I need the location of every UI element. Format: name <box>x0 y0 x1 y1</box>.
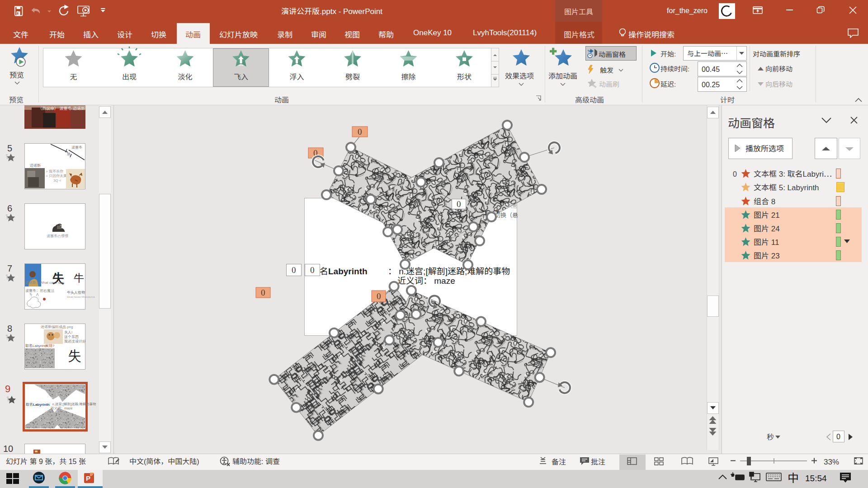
svg-text:0: 0 <box>358 127 362 136</box>
svg-text:10: 10 <box>3 441 13 454</box>
svg-text:飞入: 飞入 <box>234 71 248 82</box>
svg-text:持续时间:: 持续时间: <box>660 64 689 73</box>
svg-text:开始:: 开始: <box>660 49 676 58</box>
svg-text:牛: 牛 <box>74 269 84 285</box>
svg-text:5: 5 <box>7 141 12 154</box>
svg-text:擦除: 擦除 <box>401 71 415 82</box>
svg-text:近义词： maze: 近义词： maze <box>397 274 455 286</box>
svg-text:0: 0 <box>261 288 265 297</box>
svg-text:波塞冬の憬憬: 波塞冬の憬憬 <box>47 233 68 238</box>
svg-text:（商议中） 波塞冬 迈诺斯: （商议中） 波塞冬 迈诺斯 <box>38 105 85 111</box>
svg-text:15:54: 15:54 <box>805 474 827 483</box>
svg-text:添加动画: 添加动画 <box>548 70 577 81</box>
svg-text:无: 无 <box>70 71 77 82</box>
svg-text:波塞冬：邪右魔法: 波塞冬：邪右魔法 <box>25 288 54 293</box>
svg-text:浮入: 浮入 <box>289 71 304 82</box>
svg-text:预览: 预览 <box>9 94 24 105</box>
svg-text:近义词：maze: 近义词：maze <box>51 405 72 410</box>
svg-text:淡化: 淡化 <box>178 71 192 82</box>
svg-text:动画窗格: 动画窗格 <box>728 114 775 131</box>
svg-text:动画: 动画 <box>274 94 289 105</box>
svg-text:效果选项: 效果选项 <box>505 70 534 81</box>
svg-text:组合 8: 组合 8 <box>754 195 775 206</box>
svg-text:0: 0 <box>377 291 381 301</box>
svg-text:图片 21: 图片 21 <box>754 209 780 220</box>
svg-text:文本框 5: Labyrinth: 文本框 5: Labyrinth <box>754 181 819 192</box>
svg-text:迷诺新编熙成品.png: 迷诺新编熙成品.png <box>41 324 73 329</box>
svg-text:批注: 批注 <box>591 456 605 467</box>
svg-text:00.45: 00.45 <box>702 66 720 73</box>
svg-text:我还没设计好: 我还没设计好 <box>64 338 86 343</box>
svg-text:Dead beast Minotaurus: Dead beast Minotaurus <box>67 295 95 299</box>
svg-text:迈诺斯：What can I say: 迈诺斯：What can I say <box>25 280 64 285</box>
svg-text:7: 7 <box>7 261 12 274</box>
svg-text:形状: 形状 <box>457 71 472 82</box>
svg-text:大陆?: 大陆? <box>45 343 55 348</box>
svg-text:秒: 秒 <box>767 431 774 442</box>
svg-text:0: 0 <box>292 265 296 275</box>
svg-text:劈裂: 劈裂 <box>345 71 360 82</box>
svg-text:0: 0 <box>836 433 840 441</box>
svg-text:出现: 出现 <box>122 71 137 82</box>
svg-text:6: 6 <box>7 201 12 214</box>
svg-text:播放所选项: 播放所选项 <box>745 142 784 154</box>
svg-text:图片 24: 图片 24 <box>754 222 780 234</box>
svg-text:9: 9 <box>5 380 10 395</box>
svg-text:取名Labyrinth: 取名Labyrinth <box>26 402 50 407</box>
svg-text:0: 0 <box>457 199 461 209</box>
svg-text:文本框 3: 取名Labyri…: 文本框 3: 取名Labyri… <box>754 168 832 179</box>
svg-text:0: 0 <box>310 265 315 275</box>
svg-text:动画窗格: 动画窗格 <box>599 49 626 59</box>
svg-text:向后移动: 向后移动 <box>765 79 793 89</box>
svg-text:波塞冬: 波塞冬 <box>71 145 82 150</box>
svg-text:3Q <: 3Q < <box>53 178 61 183</box>
svg-text:对动画重新排序: 对动画重新排序 <box>753 49 800 58</box>
svg-text:8: 8 <box>7 321 12 334</box>
svg-text:延迟:: 延迟: <box>660 79 676 89</box>
svg-text:向前移动: 向前移动 <box>765 64 793 73</box>
svg-text:计时: 计时 <box>720 94 735 105</box>
svg-text:辅助功能: 调查: 辅助功能: 调查 <box>232 455 280 466</box>
svg-text:高级动画: 高级动画 <box>575 94 604 105</box>
svg-text:取名Labyrinth: 取名Labyrinth <box>25 343 47 348</box>
svg-text:00.25: 00.25 <box>702 81 720 89</box>
svg-text:图片 11: 图片 11 <box>754 236 779 247</box>
svg-text:泉: 泉 <box>67 151 71 156</box>
svg-text:动画刷: 动画刷 <box>599 79 619 89</box>
svg-text:图片 23: 图片 23 <box>754 249 780 261</box>
svg-text:中文(简体，中国大陆): 中文(简体，中国大陆) <box>129 455 199 466</box>
svg-text:迈诺斯: 迈诺斯 <box>30 163 41 168</box>
svg-text:0: 0 <box>733 170 737 178</box>
svg-text:触发: 触发 <box>600 65 613 75</box>
svg-text:备注: 备注 <box>552 456 566 467</box>
svg-text:33%: 33% <box>824 458 839 466</box>
svg-text:幻灯片 第 9 张，共 15 张: 幻灯片 第 9 张，共 15 张 <box>6 455 86 466</box>
svg-text:预览: 预览 <box>9 69 24 80</box>
svg-text:中: 中 <box>788 470 799 485</box>
svg-text:与上一动画…: 与上一动画… <box>687 48 728 58</box>
svg-text:牛头人怪物: 牛头人怪物 <box>67 290 85 295</box>
svg-text:P: P <box>86 474 90 482</box>
svg-text:失: 失 <box>68 345 81 365</box>
